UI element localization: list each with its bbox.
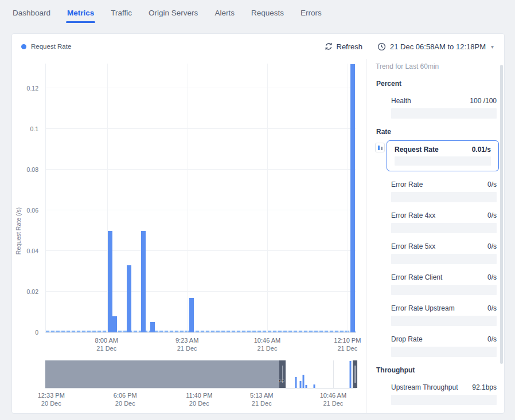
- brush-tick-date: 20 Dec: [38, 399, 65, 407]
- legend-label: Request Rate: [31, 43, 71, 50]
- gridline-h: [46, 88, 356, 88]
- tab-dashboard[interactable]: Dashboard: [13, 9, 50, 17]
- brush-timeline[interactable]: ↔: [45, 360, 356, 388]
- chart-bar[interactable]: [141, 231, 146, 332]
- x-tick-label: 8:00 AM21 Dec: [95, 336, 118, 352]
- metric-value: 0/s: [487, 335, 497, 343]
- brush-tick-label: 12:33 PM20 Dec: [38, 391, 65, 407]
- tab-requests[interactable]: Requests: [251, 9, 284, 17]
- y-tick-label: 0.06: [27, 207, 38, 214]
- brush-right-handle[interactable]: [353, 360, 357, 388]
- brush-unselected-overlay[interactable]: [45, 360, 279, 388]
- date-range-picker[interactable]: 21 Dec 06:58AM to 12:18PM ▾: [377, 42, 494, 51]
- y-tick-label: 0.12: [27, 85, 38, 92]
- metric-line: Error Rate Client0/s: [391, 273, 497, 281]
- tab-errors[interactable]: Errors: [301, 9, 322, 17]
- resize-cursor-icon: ↔: [277, 374, 286, 384]
- chevron-down-icon: ▾: [491, 44, 494, 50]
- metric-label: Error Rate Client: [391, 273, 442, 281]
- sidebar-sections: PercentHealth100 /100RateRequest Rate0.0…: [376, 80, 497, 414]
- y-tick-label: 0.02: [27, 288, 38, 295]
- section-header: Percent: [376, 80, 497, 88]
- metric-card-error-rate-5xx[interactable]: Error Rate 5xx0/s: [391, 242, 497, 264]
- x-tick-time: 10:46 AM: [254, 336, 280, 344]
- metric-line: Error Rate 5xx0/s: [391, 242, 497, 250]
- metric-line: Error Rate Upstream0/s: [391, 304, 497, 312]
- metric-value: 0/s: [487, 242, 497, 250]
- brush-tick-time: 5:13 AM: [250, 391, 273, 399]
- metric-sparkline: [391, 254, 497, 264]
- metric-card-request-rate-selected[interactable]: Request Rate0.01/s: [387, 140, 499, 171]
- section-header: Rate: [376, 128, 497, 136]
- metric-card-upstream-throughput[interactable]: Upstream Throughput92.1bps: [391, 383, 497, 405]
- metric-label: Error Rate 4xx: [391, 211, 435, 219]
- chart-bar[interactable]: [350, 64, 355, 332]
- tab-alerts[interactable]: Alerts: [214, 9, 235, 17]
- y-axis-title: Request Rate (/s): [15, 199, 22, 262]
- bar-glyph: [378, 146, 380, 150]
- metric-sparkline: [391, 285, 497, 295]
- metrics-panel: Request Rate Refresh 21 Dec 06:58AM to 1…: [11, 33, 505, 414]
- refresh-button[interactable]: Refresh: [325, 42, 363, 51]
- chart-bar[interactable]: [108, 231, 112, 332]
- refresh-label: Refresh: [337, 42, 363, 51]
- x-tick-time: 12:10 PM: [334, 336, 361, 344]
- metric-value: 0/s: [487, 273, 497, 281]
- bar-chart-icon: [375, 143, 385, 152]
- clock-icon: [377, 42, 386, 51]
- metric-card-error-rate-4xx[interactable]: Error Rate 4xx0/s: [391, 211, 497, 233]
- metric-card-drop-rate[interactable]: Drop Rate0/s: [391, 335, 497, 357]
- y-tick-label: 0: [35, 329, 38, 336]
- metric-sparkline: [391, 316, 497, 326]
- brush-tick-date: 21 Dec: [250, 399, 273, 407]
- x-tick-date: 21 Dec: [254, 344, 280, 352]
- x-tick-date: 21 Dec: [334, 344, 361, 352]
- brush-tick-time: 12:33 PM: [38, 391, 65, 399]
- sidebar-section-throughput: ThroughputUpstream Throughput92.1bpsDown…: [376, 366, 497, 414]
- sidebar-title: Trend for Last 60min: [376, 62, 497, 70]
- metric-label: Drop Rate: [391, 335, 423, 343]
- chart-bar[interactable]: [127, 265, 131, 332]
- chart-bar[interactable]: [150, 322, 155, 332]
- brush-mini-bar: [295, 377, 296, 388]
- plot-area[interactable]: [45, 64, 356, 333]
- metric-sparkline: [391, 192, 497, 202]
- metric-card-error-rate[interactable]: Error Rate0/s: [391, 180, 497, 202]
- tab-traffic[interactable]: Traffic: [111, 9, 132, 17]
- sidebar-scrollbar[interactable]: [500, 65, 503, 364]
- metric-value: 92.1bps: [472, 383, 497, 391]
- brush-tick-label: 5:13 AM21 Dec: [250, 391, 273, 407]
- tab-metrics[interactable]: Metrics: [67, 9, 94, 17]
- metric-line: Request Rate0.01/s: [395, 146, 491, 154]
- brush-tick-date: 20 Dec: [114, 399, 137, 407]
- legend-request-rate[interactable]: Request Rate: [21, 43, 71, 50]
- tab-origin-servers[interactable]: Origin Servers: [149, 9, 198, 17]
- brush-axis: 12:33 PM20 Dec6:06 PM20 Dec11:40 PM20 De…: [45, 391, 356, 409]
- brush-tick-time: 6:06 PM: [114, 391, 137, 399]
- metric-card-error-rate-client[interactable]: Error Rate Client0/s: [391, 273, 497, 295]
- x-tick-time: 9:23 AM: [175, 336, 198, 344]
- metric-value: 0/s: [487, 211, 497, 219]
- metric-line: Drop Rate0/s: [391, 335, 497, 343]
- metric-sparkline: [391, 108, 497, 119]
- handle-grip-icon: [354, 366, 356, 383]
- brush-tick-label: 6:06 PM20 Dec: [114, 391, 137, 407]
- x-tick-date: 21 Dec: [175, 344, 198, 352]
- brush-tick-date: 21 Dec: [320, 399, 346, 407]
- metric-card-error-rate-upstream[interactable]: Error Rate Upstream0/s: [391, 304, 497, 326]
- gridline-v: [348, 64, 348, 332]
- sidebar-section-percent: PercentHealth100 /100: [376, 80, 497, 119]
- gridline-v: [267, 64, 268, 332]
- panel-header: Request Rate Refresh 21 Dec 06:58AM to 1…: [12, 34, 504, 59]
- metric-label: Health: [391, 97, 411, 105]
- brush-gridline-v: [333, 360, 334, 388]
- chart-bar[interactable]: [112, 316, 117, 332]
- section-header: Throughput: [376, 366, 497, 374]
- metric-line: Error Rate 4xx0/s: [391, 211, 497, 219]
- y-tick-label: 0.04: [27, 248, 38, 254]
- metric-card-wrap-request-rate: Request Rate0.01/s: [387, 140, 499, 171]
- metric-card-health[interactable]: Health100 /100: [391, 97, 497, 119]
- gridline-h: [46, 250, 356, 251]
- chart-bar[interactable]: [189, 298, 194, 332]
- brush-tick-date: 20 Dec: [186, 399, 212, 407]
